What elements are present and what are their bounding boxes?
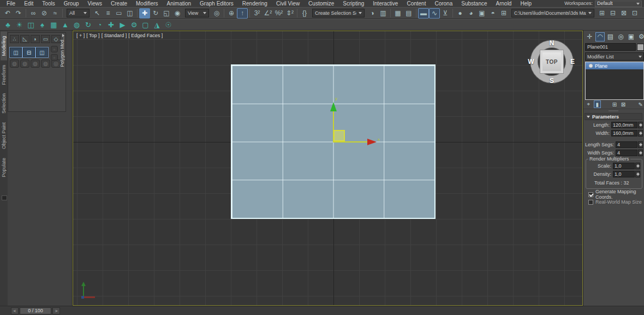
gizmo-xy-plane-handle[interactable]: [333, 130, 345, 141]
vertex-mode-icon[interactable]: ∴: [10, 35, 19, 43]
modifier-list-dropdown[interactable]: Modifier List: [585, 52, 644, 61]
select-and-link-icon[interactable]: ∞: [28, 8, 39, 19]
bell-tool-icon[interactable]: ◍: [71, 20, 82, 30]
parameter-input[interactable]: 1,0: [613, 163, 635, 169]
viewport-label-segment[interactable]: [ Top ]: [86, 33, 99, 38]
select-by-name-icon[interactable]: ≡: [103, 8, 114, 19]
parameter-input[interactable]: 120,0mm: [611, 122, 637, 128]
menu-item[interactable]: Civil View: [272, 0, 304, 7]
menu-item[interactable]: Graph Editors: [195, 0, 238, 7]
poly-tool-4-icon[interactable]: ◍: [41, 60, 50, 68]
project-path-dropdown[interactable]: C:\Users\liudm\Documents\3ds Max 2021: [511, 9, 594, 17]
select-object-icon[interactable]: ↖: [92, 8, 103, 19]
select-and-move-icon[interactable]: ✚: [139, 8, 150, 19]
viewport-label-segment[interactable]: [ Standard ]: [102, 33, 127, 38]
gizmo-x-arrow-icon[interactable]: [367, 139, 377, 145]
move-tool-icon[interactable]: ✚: [105, 20, 117, 30]
lamp-tool-icon[interactable]: ☉: [163, 20, 174, 30]
make-unique-icon[interactable]: ⊞: [611, 100, 618, 108]
rendered-frame-icon[interactable]: ▣: [476, 8, 487, 19]
render-setup-icon[interactable]: ◕: [466, 8, 476, 19]
play-tool-icon[interactable]: ▶: [117, 20, 128, 30]
spinner-icon[interactable]: [635, 171, 640, 177]
viewport-label-segment[interactable]: [ + ]: [76, 33, 85, 38]
angle-snap-icon[interactable]: ∠²: [263, 8, 273, 19]
tree-tool-icon[interactable]: ▲: [59, 20, 71, 30]
gizmo-x-shaft[interactable]: [333, 141, 367, 142]
material-editor-icon[interactable]: ●: [455, 8, 466, 19]
scene-explorer-icon[interactable]: ▦: [392, 8, 403, 19]
project-folder-icon[interactable]: ⊞: [597, 8, 607, 19]
spinner-snap-icon[interactable]: ⇕²: [284, 8, 295, 19]
poly-tool-3-icon[interactable]: ◍: [31, 60, 40, 68]
spinner-icon[interactable]: [638, 141, 643, 148]
panel-option-1-icon[interactable]: ▫: [51, 46, 58, 52]
remove-modifier-icon[interactable]: ⊠: [619, 100, 627, 108]
menu-item[interactable]: Interactive: [368, 0, 402, 7]
parameter-input[interactable]: 160,0mm: [611, 130, 637, 136]
stack-item-plane[interactable]: Plane: [586, 62, 643, 69]
selection-filter-dropdown[interactable]: All: [67, 9, 90, 17]
spinner-icon[interactable]: [638, 150, 643, 156]
viewcube-north[interactable]: N: [550, 39, 554, 47]
spinner-icon[interactable]: [638, 130, 643, 136]
gizmo-y-arrow-icon[interactable]: [330, 102, 337, 111]
expand-panel-icon[interactable]: [62, 34, 64, 37]
parameter-input[interactable]: 1,0: [613, 171, 635, 177]
ribbon-tab[interactable]: Freeform: [1, 61, 7, 90]
workspace-dropdown[interactable]: Default: [595, 1, 642, 7]
viewcube-top-face[interactable]: TOP: [540, 50, 564, 74]
panel-option-2-icon[interactable]: ▫: [51, 54, 58, 61]
align-icon[interactable]: ▥: [378, 8, 389, 19]
show-end-result-icon[interactable]: ▮: [594, 100, 601, 108]
menu-item[interactable]: Scripting: [338, 0, 368, 7]
menu-item[interactable]: File: [2, 0, 20, 7]
menu-item[interactable]: Substance: [457, 0, 491, 7]
box-tool-icon[interactable]: ▢: [140, 20, 151, 30]
rectangular-selection-icon[interactable]: ▭: [114, 8, 124, 19]
parameter-input[interactable]: 4: [616, 141, 637, 148]
open-scene-icon[interactable]: ⊟: [607, 8, 618, 19]
keyboard-override-icon[interactable]: ↑: [237, 8, 248, 19]
parameter-input[interactable]: 4: [616, 150, 637, 156]
viewcube-east[interactable]: E: [570, 58, 575, 66]
layer-explorer-icon[interactable]: ▤: [403, 8, 414, 19]
menu-item[interactable]: Tools: [38, 0, 59, 7]
utilities-tab[interactable]: ⚙: [637, 32, 644, 41]
viewcube-south[interactable]: S: [550, 77, 554, 85]
menu-item[interactable]: Animation: [163, 0, 195, 7]
teapot-tool-icon[interactable]: ◮: [151, 20, 163, 30]
spinner-icon[interactable]: [638, 122, 643, 128]
configure-modifier-sets-icon[interactable]: ✎: [637, 100, 644, 108]
named-selection-sets-icon[interactable]: {}: [299, 8, 310, 19]
menu-item[interactable]: Arnold: [492, 0, 516, 7]
frame-next-button[interactable]: >: [52, 307, 60, 314]
ribbon-toggle-icon[interactable]: ▬: [418, 8, 429, 19]
save-scene-icon[interactable]: ⊠: [618, 8, 629, 19]
time-slider[interactable]: 0 / 100: [20, 307, 51, 314]
edge-mode-icon[interactable]: ◺: [20, 35, 29, 43]
snaps-toggle-icon[interactable]: 3²: [252, 8, 263, 19]
menu-item[interactable]: Modifiers: [132, 0, 163, 7]
render-production-icon[interactable]: ◓: [487, 8, 498, 19]
ribbon-tab[interactable]: Populate: [1, 153, 7, 182]
percent-snap-icon[interactable]: %²: [273, 8, 284, 19]
frame-previous-button[interactable]: <: [11, 307, 19, 314]
menu-item[interactable]: Create: [106, 0, 132, 7]
menu-item[interactable]: Views: [84, 0, 107, 7]
motion-tab[interactable]: ◎: [616, 32, 625, 41]
parameters-rollout-header[interactable]: Parameters: [585, 113, 642, 120]
checkbox-checked-icon[interactable]: [588, 192, 593, 197]
checkbox-unchecked-icon[interactable]: [588, 200, 593, 205]
ribbon-mini-icon[interactable]: [2, 195, 7, 200]
gears-tool-icon[interactable]: ⚙: [128, 20, 140, 30]
transfer-scene-icon[interactable]: ⊡: [629, 8, 640, 19]
select-and-scale-icon[interactable]: ◱: [161, 8, 172, 19]
viewcube-west[interactable]: W: [528, 58, 534, 66]
selection-set-dropdown[interactable]: Create Selection Se: [312, 9, 365, 17]
menu-item[interactable]: Help: [516, 0, 536, 7]
pin-stack-icon[interactable]: ⌖: [585, 100, 592, 108]
poly-tool-2-icon[interactable]: ◍: [20, 60, 29, 68]
redo-icon[interactable]: ↷: [13, 8, 24, 19]
grid-table-tool-icon[interactable]: ▦: [48, 20, 59, 30]
